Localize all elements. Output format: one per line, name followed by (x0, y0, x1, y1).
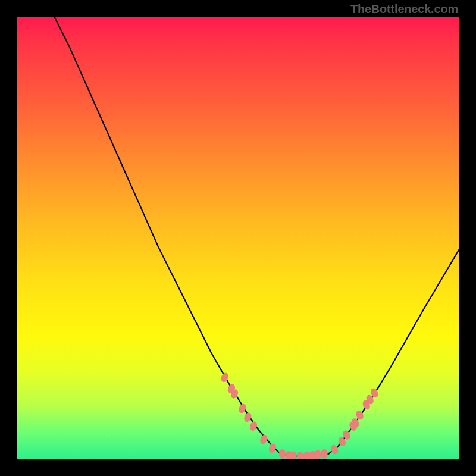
chart-root: TheBottleneck.com (0, 0, 476, 476)
marker-dots (220, 372, 380, 459)
marker-dot (297, 452, 303, 459)
marker-dot (249, 421, 258, 432)
marker-dot (279, 449, 286, 459)
watermark-text: TheBottleneck.com (350, 2, 458, 16)
curve-layer (17, 17, 459, 459)
curve-paths (54, 17, 459, 457)
marker-dot (243, 412, 252, 423)
series-left-curve (54, 17, 280, 453)
marker-dot (321, 449, 328, 459)
marker-dot (314, 450, 321, 459)
series-right-curve (329, 249, 459, 454)
marker-dot (268, 443, 277, 454)
marker-dot (259, 434, 268, 445)
marker-dot (303, 452, 310, 459)
plot-area (17, 17, 459, 459)
